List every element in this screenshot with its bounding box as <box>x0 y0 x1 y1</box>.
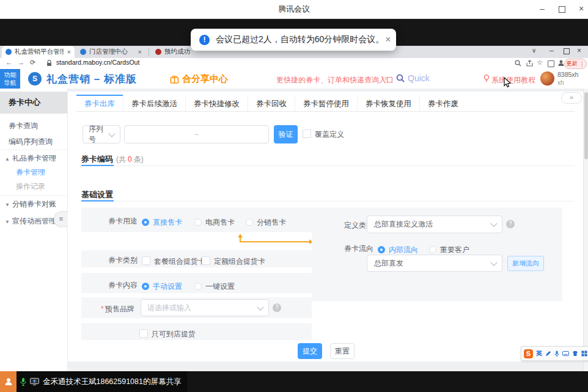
scrollbar-thumb[interactable] <box>584 92 588 159</box>
browser-tab-2[interactable]: 门店管理中心 × <box>76 46 145 58</box>
caret-up-icon: ▲ <box>5 156 10 162</box>
back-icon[interactable]: ← <box>6 59 12 66</box>
skin-icon[interactable] <box>572 350 578 357</box>
help-icon[interactable]: ? <box>273 303 281 312</box>
browser-restore-icon[interactable] <box>564 48 570 54</box>
radio-ecommerce-sale[interactable]: 电商售卡 <box>194 216 235 228</box>
forward-icon[interactable]: → <box>18 59 24 66</box>
radio-off-icon <box>194 283 202 290</box>
tab-close-icon[interactable]: × <box>134 48 142 56</box>
radio-onekey-setting[interactable]: 一键设置 <box>194 280 235 292</box>
tab-followup-activate[interactable]: 券卡后续激活 <box>123 95 185 111</box>
brand-name: 礼盒营销 – 标准版 <box>46 72 137 86</box>
caret-down-icon: ▼ <box>5 219 10 225</box>
refresh-icon[interactable]: ⟳ <box>30 59 35 67</box>
page-scrollbar[interactable] <box>583 89 588 371</box>
grid-icon[interactable] <box>581 350 587 357</box>
brand-placeholder: 请选择或输入 <box>147 303 191 313</box>
star-icon[interactable]: ☆ <box>537 59 543 67</box>
flow-select[interactable]: 总部直发 <box>367 255 502 272</box>
checkbox-fixed-combo-pickup-card[interactable]: 定额组合提货卡 <box>202 255 265 267</box>
mic-on-icon <box>20 377 26 387</box>
close-window-icon[interactable]: × <box>572 0 588 18</box>
site-favicon <box>80 49 86 55</box>
update-button[interactable]: 更新 ⋮ <box>564 59 587 69</box>
share-icon[interactable] <box>526 60 533 67</box>
radio-manual-setting[interactable]: 手动设置 <box>142 280 182 292</box>
ime-toolbar[interactable]: S 英 <box>521 346 588 361</box>
basic-section-title: 基础设置 <box>81 189 113 200</box>
checkbox-store-pickup-only[interactable]: 只可到店提货 <box>139 328 196 339</box>
sogou-logo-icon[interactable]: S <box>524 349 533 358</box>
url-text[interactable]: standard.maboy.cn/CardsOut <box>56 59 139 66</box>
sidebar-item-distribution-reconcile[interactable]: ▼分销券卡对账 <box>0 195 67 211</box>
browser-minimize-icon[interactable]: – <box>549 46 554 55</box>
nav-toggle-button[interactable]: 功能 导航 <box>0 69 20 89</box>
tab-suspend-use[interactable]: 券卡暂停使用 <box>295 95 357 111</box>
overwrite-checkbox[interactable]: 覆盖定义 <box>303 129 344 140</box>
meeting-titlebar: 腾讯会议 <box>0 0 588 19</box>
sidebar-item-card-query[interactable]: 券卡查询 <box>0 118 67 134</box>
meeting-window: 腾讯会议 – × ! 会议已超过2人，自动转为60分钟限时会议。 × 礼盒营销平… <box>0 0 588 392</box>
radio-important-customer[interactable]: 重要客户 <box>429 244 469 255</box>
radio-internal-flow[interactable]: 内部流向 <box>378 244 418 255</box>
keyboard-icon[interactable] <box>562 350 569 357</box>
browser-tab-title: 礼盒营销平台管理中心 <box>15 48 64 56</box>
mic-icon[interactable] <box>554 350 559 357</box>
reset-button[interactable]: 重置 <box>330 343 355 359</box>
sharer-avatar <box>0 371 17 392</box>
add-flow-button[interactable]: 新增流向 <box>507 256 544 271</box>
browser-close-icon[interactable]: × <box>577 46 581 55</box>
checkbox-icon <box>139 329 148 338</box>
radio-distribution-sale[interactable]: 分销售卡 <box>246 216 286 228</box>
sidebar-item-gift-card-mgmt[interactable]: ▲礼品券卡管理 <box>0 150 67 165</box>
chevron-down-icon <box>490 220 497 227</box>
info-icon: ! <box>199 35 210 45</box>
quick-search[interactable]: Quick <box>396 73 430 83</box>
serial-input[interactable] <box>124 125 269 143</box>
sidebar-collapse-handle[interactable]: ≡ <box>54 211 68 227</box>
sidebar-panel-icon[interactable] <box>548 60 554 67</box>
minimize-icon[interactable]: – <box>533 0 551 18</box>
help-icon[interactable]: ? <box>506 220 515 228</box>
tab-close-icon[interactable]: × <box>64 48 71 56</box>
sidebar-item-label: 操作记录 <box>16 182 45 191</box>
notification-close-icon[interactable]: × <box>384 34 392 45</box>
tutorial-link[interactable]: 系统使用教程 <box>491 75 535 85</box>
sidebar-item-code-sequence-query[interactable]: 编码序列查询 <box>0 134 67 150</box>
tab-card-recall[interactable]: 券卡回收 <box>248 95 295 111</box>
pen-icon[interactable] <box>545 350 551 357</box>
search-tabs-icon[interactable]: ∨ <box>532 47 536 54</box>
lock-icon[interactable] <box>46 60 52 67</box>
sidebar-item-operation-log[interactable]: 操作记录 <box>0 178 67 194</box>
radio-direct-sale[interactable]: 直接售卡 <box>142 216 182 228</box>
brand-label: *预售品牌 <box>101 304 134 314</box>
ime-lang-toggle[interactable]: 英 <box>536 349 542 358</box>
tab-quick-modify[interactable]: 券卡快捷修改 <box>185 95 248 111</box>
submit-button[interactable]: 提交 <box>298 343 322 359</box>
share-center-link[interactable]: 合分享中心 <box>170 73 228 85</box>
verify-button[interactable]: 验证 <box>274 125 298 143</box>
share-banner-text: 金禾通技术王斌18662591081的屏幕共享 <box>43 377 181 387</box>
def-type-select[interactable]: 总部直接定义激活 <box>367 216 502 233</box>
user-name: 8385xh xh <box>557 71 578 87</box>
expand-more-button[interactable]: » <box>561 92 582 104</box>
serial-field-value: 序列号 <box>89 124 109 145</box>
browser-tab-1[interactable]: 礼盒营销平台管理中心 × <box>2 46 75 58</box>
zoom-icon[interactable] <box>515 60 521 67</box>
maximize-icon[interactable] <box>553 0 571 18</box>
user-name-text: 8385xh <box>557 71 578 79</box>
tab-card-outbound[interactable]: 券卡出库 <box>76 95 123 111</box>
avatar[interactable] <box>540 71 554 85</box>
serial-field-select[interactable]: 序列号 <box>83 125 120 143</box>
checkbox-combo-pickup-card[interactable]: 套餐组合提货卡 <box>142 255 205 267</box>
sidebar-item-label: 券卡查询 <box>9 122 38 130</box>
more-icon[interactable]: ⋮ <box>579 61 585 67</box>
notification-text: 会议已超过2人，自动转为60分钟限时会议。 <box>216 34 384 45</box>
tab-resume-use[interactable]: 券卡恢复使用 <box>357 95 419 111</box>
tab-card-void[interactable]: 券卡作废 <box>419 95 466 111</box>
radio-off-icon <box>194 219 202 226</box>
overwrite-label: 覆盖定义 <box>315 130 344 139</box>
brand-select[interactable]: 请选择或输入 <box>141 299 269 316</box>
meeting-title: 腾讯会议 <box>0 0 588 18</box>
